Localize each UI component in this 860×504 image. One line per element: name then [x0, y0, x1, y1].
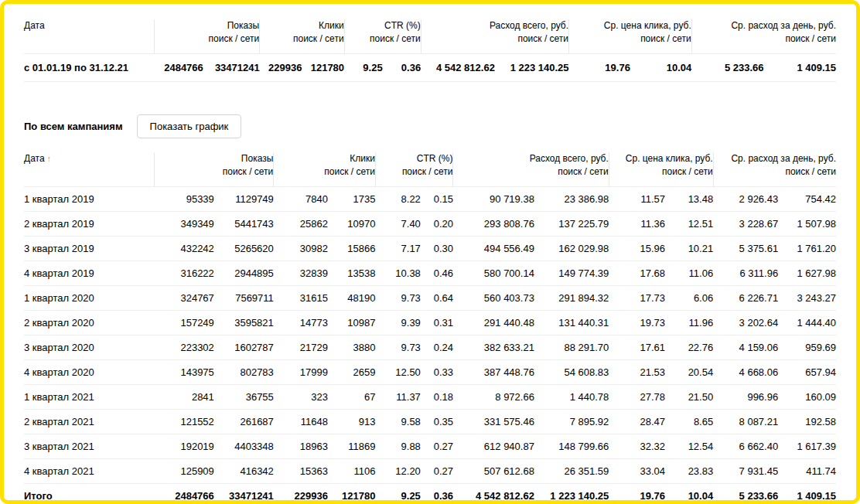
cell: 0.27: [421, 458, 453, 483]
cell: 8 087.21: [713, 409, 778, 434]
cell: 0.31: [421, 310, 453, 335]
cell: 2944895: [214, 261, 274, 285]
cell: 21.50: [665, 384, 713, 409]
cell: 4 668.06: [713, 359, 778, 384]
cell: 17.73: [609, 285, 665, 310]
cell: 580 700.14: [453, 261, 534, 285]
cell: 229936: [260, 53, 302, 81]
table-row: 1 квартал 20212841367553236711.370.188 9…: [24, 384, 836, 409]
table-row: 2 квартал 2021121552261687116489139.580.…: [24, 409, 836, 434]
cell: 6 226.71: [713, 285, 778, 310]
cell: 14773: [274, 310, 328, 335]
column-header-sublabel: поиск / сети: [723, 165, 836, 179]
column-header-sublabel: поиск / сети: [269, 32, 343, 46]
row-label: 2 квартал 2021: [24, 409, 154, 434]
cell: 121780: [328, 483, 376, 504]
column-header-group-2: CTR (%)поиск / сети: [344, 19, 421, 53]
page: ДатаПоказыпоиск / сетиКликипоиск / сетиC…: [0, 0, 860, 504]
cell: 32839: [274, 261, 328, 285]
cell: 6 662.40: [713, 434, 778, 458]
cell: 33471241: [214, 483, 274, 504]
cell: 0.30: [421, 236, 453, 261]
cell: 33471241: [203, 53, 260, 81]
cell: 2484766: [154, 483, 214, 504]
cell: 17.68: [609, 261, 665, 285]
cell: 162 029.98: [534, 236, 609, 261]
cell: 36755: [214, 384, 274, 409]
table-row: 3 квартал 2019432242526562030982158667.1…: [24, 236, 836, 261]
table-row: 1 квартал 2020324767756971131615481909.7…: [24, 285, 836, 310]
cell: 1 507.98: [778, 211, 836, 236]
cell: 959.69: [778, 335, 836, 359]
column-header-group-0: Показыпоиск / сети: [154, 152, 274, 186]
row-label: 2 квартал 2020: [24, 310, 154, 335]
cell: 331 575.46: [453, 409, 534, 434]
column-header-label: Ср. расход за день, руб.: [723, 152, 836, 165]
cell: 11648: [274, 409, 328, 434]
cell: 148 799.66: [534, 434, 609, 458]
cell: 8.65: [665, 409, 713, 434]
column-header-sublabel: поиск / сети: [354, 32, 421, 46]
cell: 4 542 812.62: [421, 53, 495, 81]
cell: 23 386.98: [534, 186, 609, 211]
cell: 9.73: [375, 335, 420, 359]
cell: 612 940.87: [453, 434, 534, 458]
cell: 30982: [274, 236, 328, 261]
cell: 324767: [154, 285, 214, 310]
cell: 5 233.66: [713, 483, 778, 504]
row-label: 3 квартал 2021: [24, 434, 154, 458]
sort-asc-icon: ↑: [47, 154, 52, 163]
cell: 5 375.61: [713, 236, 778, 261]
cell: 996.96: [713, 384, 778, 409]
cell: 7.40: [375, 211, 420, 236]
column-header-date: Дата: [24, 19, 154, 53]
column-header-label: Показы: [164, 19, 260, 32]
cell: 125909: [154, 458, 214, 483]
cell: 23.83: [665, 458, 713, 483]
column-header-label: Клики: [283, 152, 375, 165]
cell: 10.38: [375, 261, 420, 285]
cell: 7569711: [214, 285, 274, 310]
column-header-sublabel: поиск / сети: [701, 32, 836, 46]
cell: 21.53: [609, 359, 665, 384]
cell: 913: [328, 409, 376, 434]
cell: 12.51: [665, 211, 713, 236]
column-header-label: Ср. расход за день, руб.: [701, 19, 836, 32]
show-chart-button[interactable]: Показать график: [137, 114, 242, 138]
cell: 1 440.78: [534, 384, 609, 409]
cell: 6 311.96: [713, 261, 778, 285]
cell: 17999: [274, 359, 328, 384]
cell: 28.47: [609, 409, 665, 434]
row-label: 3 квартал 2020: [24, 335, 154, 359]
cell: 54 608.83: [534, 359, 609, 384]
column-header-date[interactable]: Дата↑: [24, 152, 154, 186]
column-header-group-1: Кликипоиск / сети: [274, 152, 376, 186]
cell: 754.42: [778, 186, 836, 211]
cell: 432242: [154, 236, 214, 261]
cell: 11.57: [609, 186, 665, 211]
cell: 90 719.38: [453, 186, 534, 211]
cell: 5 233.66: [691, 53, 763, 81]
cell: 0.64: [421, 285, 453, 310]
column-header-sublabel: поиск / сети: [283, 165, 375, 179]
cell: 411.74: [778, 458, 836, 483]
cell: 149 774.39: [534, 261, 609, 285]
cell: 0.20: [421, 211, 453, 236]
row-label: 1 квартал 2021: [24, 384, 154, 409]
cell: 9.58: [375, 409, 420, 434]
cell: 12.54: [665, 434, 713, 458]
cell: 11869: [328, 434, 376, 458]
cell: 10.04: [630, 53, 691, 81]
cell: 20.54: [665, 359, 713, 384]
cell: 95339: [154, 186, 214, 211]
column-header-label: CTR (%): [354, 19, 421, 32]
cell: 0.24: [421, 335, 453, 359]
cell: 9.39: [375, 310, 420, 335]
cell: 0.15: [421, 186, 453, 211]
cell: 4403348: [214, 434, 274, 458]
cell: 121780: [302, 53, 344, 81]
cell: 10.21: [665, 236, 713, 261]
cell: 9.25: [375, 483, 420, 504]
row-label: 2 квартал 2019: [24, 211, 154, 236]
column-header-sublabel: поиск / сети: [462, 165, 608, 179]
